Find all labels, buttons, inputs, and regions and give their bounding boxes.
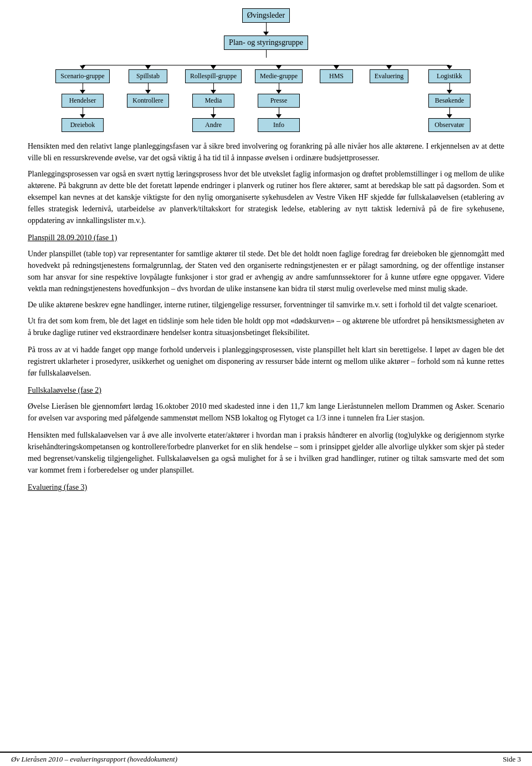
org-scenario-gruppe: Scenario-gruppe: [55, 69, 109, 83]
org-col-4: HMS: [311, 58, 361, 83]
arrow-down-col0: [80, 65, 85, 69]
org-col-3: Medie-gruppe Presse Info: [246, 58, 311, 132]
fullskala-label: Fullskalaøvelse (fase 2): [28, 386, 101, 394]
paragraph-8: Hensikten med fullskalaøvelsen var å øve…: [28, 429, 504, 476]
org-besokende: Besøkende: [428, 94, 470, 108]
org-level3-row: Scenario-gruppe Hendelser Dreiebok: [11, 58, 521, 132]
org-presse: Presse: [258, 94, 300, 108]
paragraph-6: På tross av at vi hadde fanget opp mange…: [28, 344, 504, 379]
org-logistikk: Logistikk: [428, 69, 470, 83]
org-observator: Observatør: [428, 118, 470, 132]
org-hendelser: Hendelser: [62, 94, 104, 108]
org-level1-row: Øvingsleder: [11, 8, 521, 23]
planspill-label: Planspill 28.09.2010 (fase 1): [28, 234, 117, 242]
paragraph-1: Hensikten med den relativt lange planleg…: [28, 140, 504, 164]
connector-v1: [266, 23, 267, 32]
page: Øvingsleder Plan- og styringsgruppe: [0, 0, 532, 766]
org-dreiebok: Dreiebok: [62, 118, 104, 132]
org-level2-row: Plan- og styringsgruppe: [11, 35, 521, 50]
footer-left-text: Øv Lieråsen 2010 – evalueringsrapport (h…: [11, 755, 177, 764]
paragraph-2: Planleggingsprosessen var også en svært …: [28, 168, 504, 226]
connector-col0-l4: [83, 83, 83, 90]
org-evaluering: Evaluering: [370, 69, 409, 83]
org-media: Media: [192, 94, 234, 108]
org-col-2: Rollespill-gruppe Media Andre: [181, 58, 246, 132]
paragraph-planspill-heading: Planspill 28.09.2010 (fase 1): [28, 232, 504, 244]
org-plan-styringsgruppe: Plan- og styringsgruppe: [224, 35, 308, 50]
org-medie-gruppe: Medie-gruppe: [255, 69, 303, 83]
footer: Øv Lieråsen 2010 – evalueringsrapport (h…: [0, 752, 532, 766]
org-col-1: Spillstab Kontrollere: [115, 58, 181, 108]
evaluering-label: Evaluering (fase 3): [28, 483, 87, 491]
paragraph-fullskala-heading: Fullskalaøvelse (fase 2): [28, 384, 504, 396]
org-chart: Øvingsleder Plan- og styringsgruppe: [0, 0, 532, 135]
main-content: Hensikten med den relativt lange planleg…: [0, 135, 532, 752]
org-col-0: Scenario-gruppe Hendelser Dreiebok: [50, 58, 115, 132]
paragraph-evaluering-heading: Evaluering (fase 3): [28, 481, 504, 493]
org-kontrollere: Kontrollere: [127, 94, 169, 108]
footer-page-number: Side 3: [503, 755, 521, 764]
org-spillstab: Spillstab: [129, 69, 167, 83]
org-ovingsleder: Øvingsleder: [242, 8, 290, 23]
arrow-down-1: [263, 32, 269, 35]
org-col-5: Evaluering: [361, 58, 417, 83]
org-andre: Andre: [192, 118, 234, 132]
org-rollespill-gruppe: Rollespill-gruppe: [185, 69, 242, 83]
connector-v2: [266, 50, 267, 58]
paragraph-3: Under planspillet (table top) var repres…: [28, 248, 504, 295]
paragraph-5: Ut fra det som kom frem, ble det laget e…: [28, 315, 504, 338]
org-col-6: Logistikk Besøkende Observatør: [417, 58, 482, 132]
paragraph-4: De ulike aktørene beskrev egne handlinge…: [28, 299, 504, 311]
org-info: Info: [258, 118, 300, 132]
org-hms: HMS: [320, 69, 353, 83]
paragraph-7: Øvelse Lieråsen ble gjennomført lørdag 1…: [28, 400, 504, 424]
